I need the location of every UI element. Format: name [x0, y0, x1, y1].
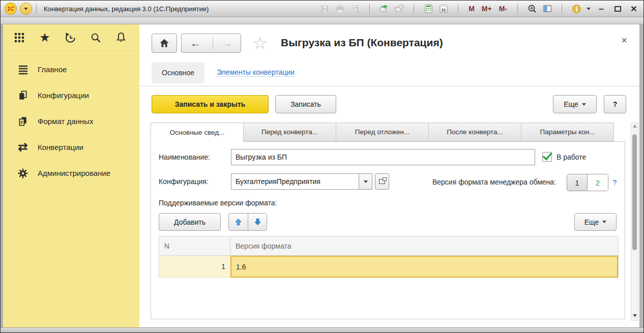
sidebar-menu: Главное Конфигурации F Формат данных	[3, 51, 139, 186]
save-icon[interactable]	[319, 4, 330, 14]
row-number-cell: 1	[159, 256, 230, 278]
search-icon[interactable]	[89, 31, 103, 45]
more-label: Еще	[564, 100, 578, 108]
info-icon[interactable]	[571, 4, 581, 14]
swap-arrows-icon	[16, 141, 30, 154]
sidebar-item-conversions[interactable]: Конвертации	[3, 134, 139, 160]
gear-icon	[16, 167, 30, 180]
sidebar-item-label: Формат данных	[38, 117, 93, 126]
divider	[36, 4, 37, 14]
favorites-star-icon[interactable]	[38, 31, 52, 45]
in-work-label: В работе	[557, 149, 586, 165]
more-button[interactable]: Еще	[553, 95, 597, 113]
vertical-scrollbar[interactable]	[631, 123, 638, 321]
add-button[interactable]: Добавить	[159, 213, 221, 231]
print-preview-icon[interactable]	[350, 4, 360, 14]
tab-basic-info[interactable]: Основные свед...	[151, 123, 244, 142]
divider	[139, 86, 639, 86]
maximize-button[interactable]	[612, 4, 623, 14]
chevron-down-icon[interactable]	[587, 8, 591, 10]
configuration-input[interactable]	[231, 173, 359, 190]
scroll-up-icon[interactable]	[633, 125, 637, 128]
back-arrow-icon	[190, 38, 200, 49]
notifications-bell-icon[interactable]	[114, 31, 128, 45]
dropdown-arrow-icon	[582, 103, 586, 106]
calculator-icon[interactable]	[423, 4, 433, 14]
menu-lines-icon	[16, 63, 30, 76]
close-button[interactable]	[628, 4, 639, 14]
sidebar-item-label: Конвертации	[38, 143, 83, 152]
memory-subtract-button[interactable]: M-	[498, 5, 508, 13]
version-help-link[interactable]: ?	[612, 178, 617, 187]
memory-recall-button[interactable]: M	[467, 5, 476, 13]
table-row[interactable]: 1 1.6	[159, 256, 618, 278]
favorite-star-icon[interactable]	[252, 33, 268, 53]
memory-add-button[interactable]: M+	[481, 5, 493, 13]
home-button[interactable]	[152, 34, 177, 53]
main-menu-button[interactable]	[20, 3, 32, 15]
tab-before-conversion[interactable]: Перед конверта...	[243, 123, 336, 141]
tab-after-conversion[interactable]: После конверта...	[428, 123, 521, 141]
version-option-2[interactable]: 2	[588, 174, 608, 191]
dropdown-arrow-icon	[602, 221, 606, 223]
save-and-close-button[interactable]: Записать и закрыть	[152, 95, 269, 113]
sidebar-item-administration[interactable]: Администрирование	[3, 160, 139, 186]
calendar-icon[interactable]: 31	[438, 4, 449, 14]
column-header-n[interactable]: N	[159, 236, 230, 255]
tab-conversion-parameters[interactable]: Параметры кон...	[521, 123, 614, 141]
title-bar: 1С Конвертация данных, редакция 3.0 (1С:…	[1, 1, 643, 17]
sidebar-item-configurations[interactable]: Конфигурации	[3, 82, 139, 108]
svg-text:31: 31	[442, 8, 446, 12]
scrollbar-thumb[interactable]	[632, 134, 637, 250]
manager-version-label: Версия формата менеджера обмена:	[355, 174, 556, 190]
sidebar-item-label: Главное	[38, 65, 67, 74]
help-button[interactable]: ?	[604, 95, 626, 113]
column-header-version[interactable]: Версия формата	[230, 236, 618, 255]
name-input[interactable]	[231, 149, 535, 165]
configuration-field-label: Конфигурация:	[159, 173, 209, 190]
print-icon[interactable]	[335, 4, 345, 14]
status-bar	[1, 327, 643, 332]
forward-button[interactable]	[213, 38, 241, 49]
form-close-button[interactable]	[621, 35, 627, 46]
history-icon[interactable]	[63, 31, 77, 45]
sidebar-item-label: Администрирование	[38, 169, 110, 177]
move-down-button[interactable]	[248, 214, 267, 230]
sidebar-panel-icons	[3, 24, 139, 51]
close-icon	[631, 3, 637, 15]
tab-content-basic-info: Наименование: В работе Конфигурация: Вер…	[151, 141, 625, 319]
form-panel: Выгрузка из БП (Конвертация) Основное Эл…	[139, 24, 639, 327]
split-view-icon[interactable]	[542, 4, 552, 14]
sidebar-item-main[interactable]: Главное	[3, 56, 139, 82]
version-option-1[interactable]: 1	[567, 174, 588, 191]
chevron-down-icon	[24, 8, 28, 10]
name-field-label: Наименование:	[159, 149, 210, 165]
minimize-button[interactable]	[596, 4, 607, 14]
versions-more-button[interactable]: Еще	[574, 213, 617, 231]
scroll-down-icon[interactable]	[633, 314, 637, 317]
history-nav-group	[181, 34, 241, 53]
minimize-icon	[599, 4, 604, 14]
toolbar-strip	[1, 17, 643, 24]
divider	[562, 4, 562, 14]
arrow-up-icon	[235, 218, 242, 226]
import-icon[interactable]	[394, 4, 404, 14]
nav-link-conversion-elements[interactable]: Элементы конвертации	[217, 68, 295, 77]
in-work-checkbox[interactable]	[542, 152, 552, 162]
sidebar-item-data-format[interactable]: F Формат данных	[3, 108, 139, 134]
application-window: 1С Конвертация данных, редакция 3.0 (1С:…	[0, 0, 644, 333]
save-button[interactable]: Записать	[275, 95, 336, 113]
back-button[interactable]	[182, 38, 209, 49]
export-icon[interactable]	[379, 4, 389, 14]
supported-versions-table: N Версия формата 1 1.6	[159, 236, 619, 278]
sidebar-item-label: Конфигурации	[38, 91, 89, 100]
format-documents-icon: F	[16, 115, 30, 128]
format-version-cell[interactable]: 1.6	[230, 256, 618, 278]
nav-tab-main[interactable]: Основное	[152, 62, 204, 83]
stacked-documents-icon	[16, 89, 30, 102]
more-label: Еще	[584, 218, 599, 226]
move-up-button[interactable]	[229, 214, 248, 230]
zoom-icon[interactable]	[527, 4, 537, 14]
apps-grid-icon[interactable]	[12, 31, 26, 45]
tab-before-deferred[interactable]: Перед отложен...	[336, 123, 429, 141]
